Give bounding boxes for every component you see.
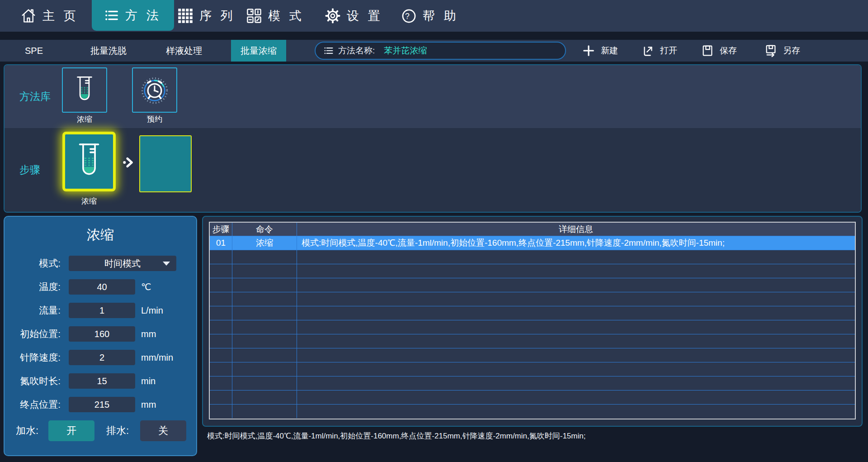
table-row-empty[interactable] <box>210 264 855 278</box>
library-item-schedule[interactable] <box>132 67 177 113</box>
test-tube-icon <box>75 142 104 181</box>
mode-pattern-icon <box>246 8 262 24</box>
nav-label: 模 式 <box>268 8 304 24</box>
mode-select-value: 时间模式 <box>104 258 141 268</box>
tab-label: SPE <box>25 46 43 56</box>
temperature-input[interactable]: 40 <box>69 279 135 295</box>
tab-batch-concentration[interactable]: 批量浓缩 <box>231 40 286 62</box>
nav-item-sequence[interactable]: 序 列 <box>178 0 236 32</box>
field-row-initial-position: 初始位置: 160 mm <box>5 326 196 342</box>
home-icon <box>21 8 36 24</box>
drain-toggle[interactable]: 关 <box>140 420 186 441</box>
flow-input[interactable]: 1 <box>69 303 135 318</box>
form-title: 浓缩 <box>5 226 196 244</box>
cell-step: 01 <box>210 236 232 250</box>
library-steps-panel: 方法库 浓缩 <box>4 64 862 213</box>
add-water-label: 加水: <box>16 420 38 441</box>
save-as-button[interactable]: 另存 <box>764 40 800 62</box>
step-slot-empty[interactable] <box>139 135 192 192</box>
library-item-label: 预约 <box>131 114 178 124</box>
field-unit: mm <box>141 397 156 412</box>
cell-step <box>210 320 232 334</box>
cell-detail: 模式:时间模式,温度-40℃,流量-1ml/min,初始位置-160mm,终点位… <box>297 236 855 250</box>
new-button[interactable]: 新建 <box>582 40 618 62</box>
concentrate-settings-panel: 浓缩 模式: 时间模式 温度: 40 ℃ 流量: 1 L/min 初始位置: 1… <box>4 216 197 456</box>
end-position-input[interactable]: 215 <box>69 397 135 412</box>
column-header-step: 步骤 <box>210 223 232 236</box>
nav-item-mode[interactable]: 模 式 <box>246 0 304 32</box>
cell-detail <box>297 391 855 404</box>
table-row-empty[interactable] <box>210 306 855 320</box>
cell-step <box>210 362 232 376</box>
cell-detail <box>297 348 855 362</box>
nav-item-home[interactable]: 主 页 <box>21 0 79 32</box>
cell-detail <box>297 278 855 292</box>
nav-item-help[interactable]: ? 帮 助 <box>401 0 459 32</box>
library-item-concentrate[interactable] <box>62 67 107 113</box>
cell-step <box>210 391 232 404</box>
cell-detail <box>297 405 855 418</box>
method-name-value[interactable]: 苯并芘浓缩 <box>384 45 427 57</box>
table-row-empty[interactable] <box>210 404 855 418</box>
field-row-flow: 流量: 1 L/min <box>5 303 196 318</box>
tab-sample-processing[interactable]: 样液处理 <box>150 40 218 62</box>
cell-detail <box>297 306 855 320</box>
cell-command <box>232 264 297 278</box>
field-unit: mm <box>141 326 156 342</box>
cell-detail <box>297 362 855 376</box>
test-tube-icon <box>71 75 98 105</box>
cell-detail <box>297 292 855 306</box>
help-icon: ? <box>401 9 416 24</box>
nitrogen-time-input[interactable]: 15 <box>69 373 135 389</box>
field-row-needle-speed: 针降速度: 2 mm/min <box>5 350 196 365</box>
steps-section: 步骤 浓缩 <box>5 128 861 212</box>
open-button[interactable]: 打开 <box>642 40 677 62</box>
step-card-label: 浓缩 <box>62 196 116 206</box>
table-row-empty[interactable] <box>210 334 855 348</box>
nav-item-method[interactable]: 方 法 <box>92 0 174 31</box>
method-name-field[interactable]: 方法名称: 苯并芘浓缩 <box>315 42 566 60</box>
needle-speed-input[interactable]: 2 <box>69 350 135 365</box>
field-row-end-position: 终点位置: 215 mm <box>5 397 196 412</box>
table-row-empty[interactable] <box>210 376 855 390</box>
plus-icon <box>582 44 595 57</box>
field-row-temperature: 温度: 40 ℃ <box>5 279 196 295</box>
table-row-empty[interactable] <box>210 292 855 306</box>
cell-command <box>232 292 297 306</box>
cell-detail <box>297 264 855 278</box>
drain-label: 排水: <box>106 420 129 441</box>
initial-position-input[interactable]: 160 <box>69 326 135 342</box>
field-row-nitrogen-time: 氮吹时长: 15 min <box>5 373 196 389</box>
tab-batch-elution[interactable]: 批量洗脱 <box>75 40 142 62</box>
step-card-concentrate[interactable] <box>62 132 116 191</box>
tab-spe[interactable]: SPE <box>11 40 57 62</box>
cell-step <box>210 306 232 320</box>
cell-detail <box>297 320 855 334</box>
cell-command <box>232 320 297 334</box>
table-body: 01 浓缩 模式:时间模式,温度-40℃,流量-1ml/min,初始位置-160… <box>210 236 855 419</box>
nav-label: 方 法 <box>125 7 161 24</box>
table-row-empty[interactable] <box>210 320 855 334</box>
table-row-empty[interactable] <box>210 278 855 292</box>
cell-command <box>232 306 297 320</box>
table-row-empty[interactable] <box>210 250 855 264</box>
field-label: 模式: <box>5 256 61 271</box>
nav-label: 帮 助 <box>423 8 459 24</box>
nav-item-settings[interactable]: 设 置 <box>325 0 383 32</box>
method-toolbar: SPE 批量洗脱 样液处理 批量浓缩 方法名称: 苯并芘浓缩 新建 <box>0 40 868 62</box>
cell-step <box>210 334 232 348</box>
cell-command <box>232 391 297 404</box>
table-row-empty[interactable] <box>210 362 855 376</box>
library-label: 方法库 <box>19 65 51 128</box>
save-button[interactable]: 保存 <box>701 40 737 62</box>
add-water-toggle[interactable]: 开 <box>48 420 94 441</box>
open-icon <box>642 44 654 57</box>
new-label: 新建 <box>601 45 618 57</box>
mode-select[interactable]: 时间模式 <box>69 256 176 271</box>
field-unit: L/min <box>141 303 163 318</box>
table-row-empty[interactable] <box>210 390 855 404</box>
table-row[interactable]: 01 浓缩 模式:时间模式,温度-40℃,流量-1ml/min,初始位置-160… <box>210 236 855 250</box>
save-as-icon <box>764 44 777 57</box>
svg-text:?: ? <box>405 11 413 20</box>
table-row-empty[interactable] <box>210 348 855 362</box>
